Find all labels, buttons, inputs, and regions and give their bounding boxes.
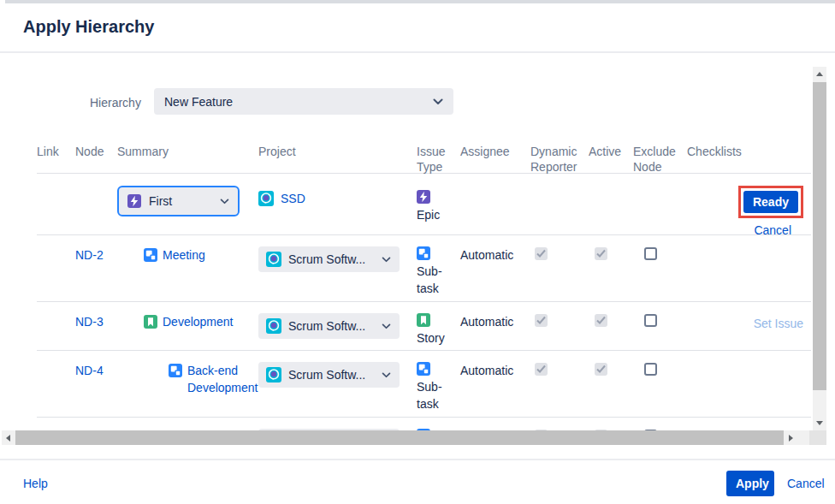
chevron-down-icon bbox=[382, 323, 391, 329]
assignee-value: Automatic bbox=[460, 302, 530, 350]
table-row: ND-5 Front-end Scrum Softw... bbox=[37, 418, 811, 430]
apply-hierarchy-dialog: Apply Hierarchy Hierarchy New Feature Li… bbox=[0, 0, 835, 504]
chevron-down-icon bbox=[382, 372, 391, 378]
col-header-dynamic-reporter: Dynamic Reporter bbox=[530, 141, 589, 175]
help-link[interactable]: Help bbox=[23, 477, 48, 490]
project-select-value: Scrum Softw... bbox=[288, 317, 382, 335]
dynamic-reporter-checkbox[interactable] bbox=[535, 314, 548, 327]
project-select[interactable]: Scrum Softw... bbox=[258, 313, 400, 339]
vertical-scrollbar[interactable] bbox=[813, 67, 826, 430]
exclude-node-checkbox[interactable] bbox=[644, 247, 657, 260]
chevron-down-icon bbox=[382, 257, 391, 263]
scrollbar-corner bbox=[809, 430, 826, 445]
project-select[interactable]: Scrum Softw... bbox=[258, 246, 400, 272]
horizontal-scrollbar[interactable] bbox=[2, 430, 809, 445]
col-header-active: Active bbox=[589, 141, 633, 175]
col-header-issue-type: Issue Type bbox=[417, 141, 460, 175]
col-header-checklists: Checklists bbox=[687, 141, 811, 175]
summary-link[interactable]: Meeting bbox=[163, 246, 252, 264]
col-header-assignee: Assignee bbox=[460, 141, 530, 175]
dialog-title: Apply Hierarchy bbox=[23, 17, 154, 37]
col-header-summary: Summary bbox=[117, 141, 258, 175]
table-row-editor: First SSD Epic bbox=[37, 174, 811, 235]
assignee-value: Automatic bbox=[460, 351, 530, 417]
epic-icon bbox=[417, 190, 430, 204]
col-header-node: Node bbox=[75, 141, 117, 175]
ready-highlight-annotation: Ready bbox=[738, 186, 803, 218]
vertical-scrollbar-thumb[interactable] bbox=[813, 82, 826, 390]
assignee-value: Automatic bbox=[460, 235, 530, 301]
dialog-header: Apply Hierarchy bbox=[0, 3, 835, 53]
story-icon bbox=[144, 315, 157, 329]
scroll-right-arrow[interactable] bbox=[785, 430, 797, 445]
chevron-down-icon bbox=[220, 199, 229, 205]
table-header-row: Link Node Summary Project Issue Type Ass… bbox=[37, 141, 811, 174]
assignee-value: Automatic bbox=[460, 418, 530, 430]
project-avatar-icon bbox=[266, 318, 281, 334]
active-checkbox[interactable] bbox=[595, 363, 607, 376]
subtask-icon bbox=[169, 364, 182, 377]
exclude-node-checkbox[interactable] bbox=[644, 314, 657, 327]
exclude-node-checkbox[interactable] bbox=[644, 363, 657, 376]
col-header-exclude-node: Exclude Node bbox=[633, 141, 687, 175]
subtask-icon bbox=[417, 246, 430, 260]
hierarchy-select-value: New Feature bbox=[164, 95, 433, 109]
chevron-down-icon bbox=[433, 98, 443, 105]
hierarchy-label: Hierarchy bbox=[90, 96, 141, 110]
subtask-icon bbox=[144, 248, 157, 262]
project-select-value: Scrum Softw... bbox=[288, 366, 382, 383]
scroll-up-arrow[interactable] bbox=[813, 67, 826, 81]
project-avatar-icon bbox=[266, 252, 281, 267]
apply-button[interactable]: Apply bbox=[726, 471, 774, 496]
issue-type-label: Epic bbox=[417, 206, 453, 223]
dynamic-reporter-checkbox[interactable] bbox=[535, 247, 548, 260]
project-link[interactable]: SSD bbox=[281, 190, 305, 207]
issue-type-label: Sub-task bbox=[417, 263, 453, 297]
ready-button[interactable]: Ready bbox=[743, 191, 798, 213]
table-row: ND-3 Development Scrum Softw... bbox=[37, 302, 811, 351]
epic-icon bbox=[127, 194, 141, 208]
set-issue-link[interactable]: Set Issue bbox=[754, 317, 803, 330]
node-link[interactable]: ND-4 bbox=[75, 362, 104, 379]
summary-select-value: First bbox=[149, 193, 220, 210]
col-header-link: Link bbox=[37, 141, 75, 175]
horizontal-scrollbar-thumb[interactable] bbox=[15, 430, 784, 445]
col-header-project: Project bbox=[258, 141, 417, 175]
project-select-value: Scrum Softw... bbox=[288, 251, 382, 268]
subtask-icon bbox=[417, 362, 430, 376]
summary-link[interactable]: Development bbox=[163, 313, 252, 330]
scroll-left-arrow[interactable] bbox=[2, 430, 15, 445]
issue-type-label: Story bbox=[417, 329, 453, 347]
active-checkbox[interactable] bbox=[595, 247, 607, 260]
dialog-footer: Help Apply Cancel bbox=[0, 459, 835, 504]
active-checkbox[interactable] bbox=[595, 314, 607, 327]
hierarchy-table: Link Node Summary Project Issue Type Ass… bbox=[37, 141, 811, 430]
issue-type-label: Sub-task bbox=[417, 378, 453, 412]
project-select[interactable]: Scrum Softw... bbox=[258, 362, 400, 388]
hierarchy-select[interactable]: New Feature bbox=[154, 88, 453, 115]
summary-issuetype-select[interactable]: First bbox=[117, 186, 240, 216]
scroll-down-arrow[interactable] bbox=[813, 416, 826, 430]
node-link[interactable]: ND-3 bbox=[75, 313, 104, 330]
project-avatar-icon bbox=[266, 367, 281, 382]
table-row: ND-2 Meeting Scrum Softw... bbox=[37, 235, 811, 302]
node-link[interactable]: ND-2 bbox=[75, 246, 104, 264]
project-avatar-icon bbox=[258, 191, 274, 206]
story-icon bbox=[417, 313, 430, 327]
dynamic-reporter-checkbox[interactable] bbox=[535, 363, 548, 376]
cancel-link[interactable]: Cancel bbox=[787, 477, 825, 490]
table-row: ND-4 Back-end Development Scrum Softw... bbox=[37, 351, 811, 418]
summary-link[interactable]: Back-end Development bbox=[187, 362, 252, 396]
